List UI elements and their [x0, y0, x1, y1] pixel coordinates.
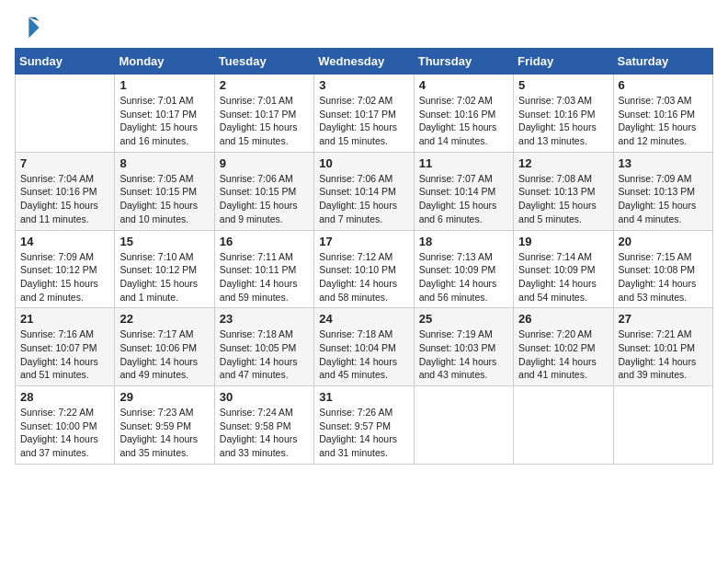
- day-number: 31: [319, 390, 408, 404]
- day-info: Sunrise: 7:17 AM Sunset: 10:06 PM Daylig…: [119, 327, 209, 382]
- day-number: 6: [619, 78, 708, 92]
- day-number: 13: [619, 156, 708, 170]
- day-number: 4: [419, 78, 508, 92]
- day-info: Sunrise: 7:20 AM Sunset: 10:02 PM Daylig…: [518, 327, 608, 382]
- calendar-cell: 7Sunrise: 7:04 AM Sunset: 10:16 PM Dayli…: [16, 152, 115, 230]
- day-info: Sunrise: 7:03 AM Sunset: 10:16 PM Daylig…: [518, 94, 608, 148]
- day-number: 18: [419, 235, 508, 248]
- day-number: 7: [20, 156, 109, 170]
- day-number: 15: [119, 235, 209, 248]
- calendar-cell: [414, 386, 513, 465]
- calendar: SundayMondayTuesdayWednesdayThursdayFrid…: [15, 48, 713, 465]
- calendar-header-row: SundayMondayTuesdayWednesdayThursdayFrid…: [16, 49, 713, 75]
- day-number: 17: [319, 235, 408, 248]
- calendar-cell: 18Sunrise: 7:13 AM Sunset: 10:09 PM Dayl…: [414, 230, 513, 308]
- calendar-cell: 3Sunrise: 7:02 AM Sunset: 10:17 PM Dayli…: [314, 75, 414, 153]
- day-info: Sunrise: 7:09 AM Sunset: 10:13 PM Daylig…: [619, 172, 708, 226]
- day-number: 9: [220, 156, 309, 170]
- day-number: 22: [119, 312, 209, 326]
- calendar-cell: 19Sunrise: 7:14 AM Sunset: 10:09 PM Dayl…: [514, 230, 613, 308]
- day-info: Sunrise: 7:02 AM Sunset: 10:16 PM Daylig…: [419, 94, 508, 148]
- calendar-week-row: 14Sunrise: 7:09 AM Sunset: 10:12 PM Dayl…: [16, 230, 713, 308]
- calendar-cell: 30Sunrise: 7:24 AM Sunset: 9:58 PM Dayli…: [214, 386, 313, 465]
- day-number: 2: [220, 78, 309, 92]
- calendar-cell: 21Sunrise: 7:16 AM Sunset: 10:07 PM Dayl…: [16, 308, 115, 386]
- calendar-cell: 28Sunrise: 7:22 AM Sunset: 10:00 PM Dayl…: [16, 386, 115, 465]
- day-info: Sunrise: 7:08 AM Sunset: 10:13 PM Daylig…: [518, 172, 608, 226]
- logo-icon: [15, 15, 40, 40]
- calendar-cell: 22Sunrise: 7:17 AM Sunset: 10:06 PM Dayl…: [115, 308, 214, 386]
- day-info: Sunrise: 7:19 AM Sunset: 10:03 PM Daylig…: [419, 327, 508, 382]
- calendar-week-row: 21Sunrise: 7:16 AM Sunset: 10:07 PM Dayl…: [16, 308, 713, 386]
- day-number: 27: [619, 312, 708, 326]
- day-info: Sunrise: 7:01 AM Sunset: 10:17 PM Daylig…: [220, 94, 309, 148]
- day-info: Sunrise: 7:11 AM Sunset: 10:11 PM Daylig…: [220, 250, 309, 304]
- calendar-cell: 26Sunrise: 7:20 AM Sunset: 10:02 PM Dayl…: [514, 308, 613, 386]
- calendar-cell: 10Sunrise: 7:06 AM Sunset: 10:14 PM Dayl…: [314, 152, 414, 230]
- day-info: Sunrise: 7:06 AM Sunset: 10:14 PM Daylig…: [319, 172, 408, 226]
- day-info: Sunrise: 7:09 AM Sunset: 10:12 PM Daylig…: [20, 250, 109, 304]
- calendar-cell: [514, 386, 613, 465]
- day-number: 3: [319, 78, 408, 92]
- day-info: Sunrise: 7:18 AM Sunset: 10:04 PM Daylig…: [319, 327, 408, 382]
- day-header-sunday: Sunday: [16, 49, 115, 75]
- day-header-thursday: Thursday: [414, 49, 513, 75]
- calendar-cell: 2Sunrise: 7:01 AM Sunset: 10:17 PM Dayli…: [214, 75, 313, 153]
- day-number: 29: [119, 390, 209, 404]
- calendar-cell: 29Sunrise: 7:23 AM Sunset: 9:59 PM Dayli…: [115, 386, 214, 465]
- day-info: Sunrise: 7:14 AM Sunset: 10:09 PM Daylig…: [518, 250, 608, 304]
- day-info: Sunrise: 7:02 AM Sunset: 10:17 PM Daylig…: [319, 94, 408, 148]
- calendar-cell: [613, 386, 712, 465]
- day-info: Sunrise: 7:06 AM Sunset: 10:15 PM Daylig…: [220, 172, 309, 226]
- header: [15, 15, 713, 40]
- day-info: Sunrise: 7:22 AM Sunset: 10:00 PM Daylig…: [20, 406, 109, 460]
- calendar-cell: 17Sunrise: 7:12 AM Sunset: 10:10 PM Dayl…: [314, 230, 414, 308]
- day-info: Sunrise: 7:18 AM Sunset: 10:05 PM Daylig…: [220, 327, 309, 382]
- day-info: Sunrise: 7:01 AM Sunset: 10:17 PM Daylig…: [119, 94, 209, 148]
- calendar-cell: 25Sunrise: 7:19 AM Sunset: 10:03 PM Dayl…: [414, 308, 513, 386]
- calendar-week-row: 28Sunrise: 7:22 AM Sunset: 10:00 PM Dayl…: [16, 386, 713, 465]
- calendar-cell: 8Sunrise: 7:05 AM Sunset: 10:15 PM Dayli…: [115, 152, 214, 230]
- day-info: Sunrise: 7:12 AM Sunset: 10:10 PM Daylig…: [319, 250, 408, 304]
- day-info: Sunrise: 7:16 AM Sunset: 10:07 PM Daylig…: [20, 327, 109, 382]
- day-header-monday: Monday: [115, 49, 214, 75]
- day-header-wednesday: Wednesday: [314, 49, 414, 75]
- day-info: Sunrise: 7:15 AM Sunset: 10:08 PM Daylig…: [619, 250, 708, 304]
- day-number: 10: [319, 156, 408, 170]
- calendar-cell: 5Sunrise: 7:03 AM Sunset: 10:16 PM Dayli…: [514, 75, 613, 153]
- day-info: Sunrise: 7:23 AM Sunset: 9:59 PM Dayligh…: [119, 406, 209, 460]
- calendar-week-row: 7Sunrise: 7:04 AM Sunset: 10:16 PM Dayli…: [16, 152, 713, 230]
- calendar-cell: 23Sunrise: 7:18 AM Sunset: 10:05 PM Dayl…: [214, 308, 313, 386]
- calendar-cell: 9Sunrise: 7:06 AM Sunset: 10:15 PM Dayli…: [214, 152, 313, 230]
- calendar-week-row: 1Sunrise: 7:01 AM Sunset: 10:17 PM Dayli…: [16, 75, 713, 153]
- calendar-cell: 12Sunrise: 7:08 AM Sunset: 10:13 PM Dayl…: [514, 152, 613, 230]
- day-info: Sunrise: 7:05 AM Sunset: 10:15 PM Daylig…: [119, 172, 209, 226]
- calendar-cell: 11Sunrise: 7:07 AM Sunset: 10:14 PM Dayl…: [414, 152, 513, 230]
- calendar-cell: 1Sunrise: 7:01 AM Sunset: 10:17 PM Dayli…: [115, 75, 214, 153]
- day-info: Sunrise: 7:21 AM Sunset: 10:01 PM Daylig…: [619, 327, 708, 382]
- calendar-cell: 14Sunrise: 7:09 AM Sunset: 10:12 PM Dayl…: [16, 230, 115, 308]
- day-number: 14: [20, 235, 109, 248]
- calendar-cell: 31Sunrise: 7:26 AM Sunset: 9:57 PM Dayli…: [314, 386, 414, 465]
- day-info: Sunrise: 7:24 AM Sunset: 9:58 PM Dayligh…: [220, 406, 309, 460]
- day-number: 16: [220, 235, 309, 248]
- day-number: 1: [119, 78, 209, 92]
- day-info: Sunrise: 7:07 AM Sunset: 10:14 PM Daylig…: [419, 172, 508, 226]
- calendar-cell: 15Sunrise: 7:10 AM Sunset: 10:12 PM Dayl…: [115, 230, 214, 308]
- day-number: 24: [319, 312, 408, 326]
- calendar-cell: 16Sunrise: 7:11 AM Sunset: 10:11 PM Dayl…: [214, 230, 313, 308]
- calendar-cell: 27Sunrise: 7:21 AM Sunset: 10:01 PM Dayl…: [613, 308, 712, 386]
- day-header-saturday: Saturday: [613, 49, 712, 75]
- day-number: 28: [20, 390, 109, 404]
- day-info: Sunrise: 7:13 AM Sunset: 10:09 PM Daylig…: [419, 250, 508, 304]
- day-header-friday: Friday: [514, 49, 613, 75]
- calendar-cell: 4Sunrise: 7:02 AM Sunset: 10:16 PM Dayli…: [414, 75, 513, 153]
- day-number: 5: [518, 78, 608, 92]
- calendar-cell: 6Sunrise: 7:03 AM Sunset: 10:16 PM Dayli…: [613, 75, 712, 153]
- day-number: 26: [518, 312, 608, 326]
- day-header-tuesday: Tuesday: [214, 49, 313, 75]
- day-info: Sunrise: 7:26 AM Sunset: 9:57 PM Dayligh…: [319, 406, 408, 460]
- calendar-cell: 20Sunrise: 7:15 AM Sunset: 10:08 PM Dayl…: [613, 230, 712, 308]
- calendar-cell: [16, 75, 115, 153]
- day-number: 8: [119, 156, 209, 170]
